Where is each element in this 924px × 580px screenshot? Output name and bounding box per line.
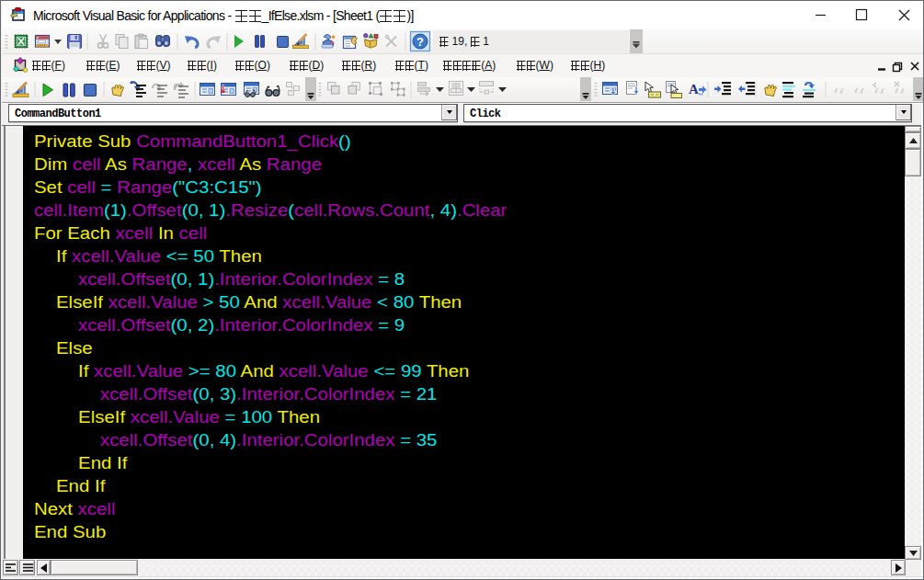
svg-text:?: ? [416,35,424,49]
svg-text:A: A [689,82,699,97]
